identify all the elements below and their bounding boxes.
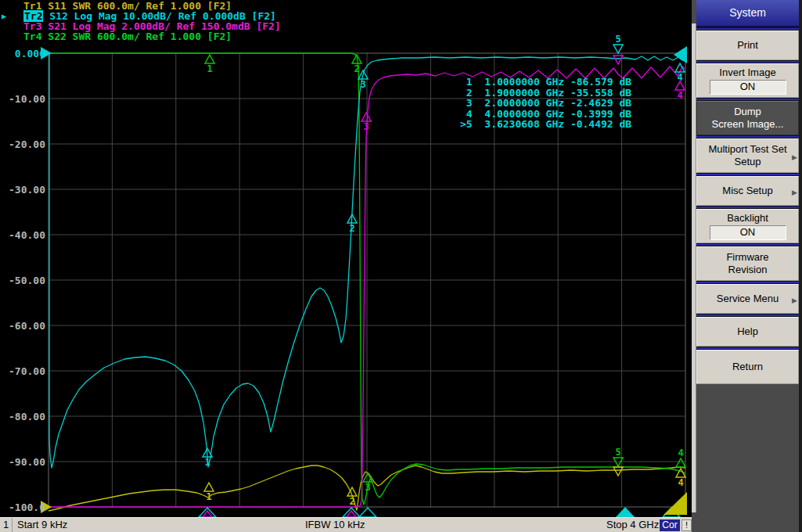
trace-marker-number: 4 [678,448,683,458]
trace-marker-icon [361,113,371,121]
softkey-label: Return [732,361,763,373]
trace-marker-number: 4 [677,90,682,101]
stimulus-marker-icon [359,508,376,517]
trace-marker-number: 1 [204,457,210,468]
trace-marker-number: 3 [360,79,365,90]
measurement-screen: 121233544544123 Tr1 S11 SWR 600.0m/ Ref … [0,0,692,517]
y-axis-tick-label: -30.00 [0,185,45,195]
y-axis-tick-label: -100.0 [0,502,45,512]
trace-marker-number: 3 [363,121,369,132]
y-axis-tick-label: -40.00 [0,230,45,240]
softkey-separator [696,28,799,30]
softkey-separator [696,61,799,63]
submenu-arrow-icon: ▶ [792,294,797,307]
softkey-backlight[interactable]: BacklightON [696,209,799,243]
trace-format-text: S22 SWR 600.0m/ Ref 1.000 [F2] [41,31,232,42]
trace-marker-number: 5 [615,34,620,45]
softkey-separator [696,174,799,175]
softkey-separator [696,282,799,283]
softkey-help[interactable]: Help [696,317,799,347]
softkey-separator [696,136,799,138]
softkey-service-menu[interactable]: Service Menu▶ [696,284,799,314]
submenu-arrow-icon: ▶ [792,151,797,164]
marker-table-row: 3 2.0000000 GHz -2.4629 dB [460,98,631,109]
softkey-separator [696,244,799,246]
channel-number: 1 [0,518,13,532]
softkey-label: Firmware Revision [726,251,768,276]
softkey-label: Print [737,39,758,52]
softkey-separator [696,207,799,208]
softkey-state-value: ON [710,225,786,240]
vna-screen-root: 121233544544123 Tr1 S11 SWR 600.0m/ Ref … [0,0,802,532]
trace-marker-number: 2 [349,496,354,507]
correction-badge: Cor [660,519,680,531]
warning-badge: ! [682,519,692,531]
y-axis-tick-label: -90.00 [0,457,45,467]
trace-marker-number: 5 [615,447,620,458]
softkey-menu-title: System [696,0,799,27]
softkey-separator [696,315,799,316]
y-axis-tick-label: -50.00 [0,275,45,286]
trace-marker-icon [676,458,685,467]
softkey-label: Backlight [727,212,768,225]
trace-marker-icon [205,55,214,63]
softkey-label: Help [737,325,758,338]
stimulus-marker-icon [617,508,634,517]
marker-table-row: >5 3.6230608 GHz -0.4492 dB [460,119,631,130]
softkey-label: Invert Image [719,66,775,79]
softkey-separator [696,347,799,349]
softkey-right-strip [799,0,802,532]
ref-level-indicator-icon [664,492,687,515]
marker-table-row: 2 1.9000000 GHz -35.558 dB [460,88,631,99]
y-axis-tick-label: -70.00 [0,366,45,376]
trace-definitions: Tr1 S11 SWR 600.0m/ Ref 1.000 [F2]▶Tr2 S… [0,1,281,41]
stop-frequency: Stop 4 GHz [606,518,659,532]
marker-table: 1 1.0000000 GHz -86.579 dB 2 1.9000000 G… [460,77,631,130]
softkey-label: Service Menu [717,293,779,305]
softkey-label: Multiport Test Set Setup [708,143,786,168]
trace-marker-icon [204,483,214,491]
start-frequency: Start 9 kHz [17,518,67,532]
softkey-print[interactable]: Print [696,31,799,60]
softkey-dump[interactable]: Dump Screen Image... [696,101,799,135]
softkey-menu: System PrintInvert ImageONDump Screen Im… [692,0,802,532]
y-axis-tick-label: 0.000 [0,49,45,59]
trace-marker-number: 3 [365,482,370,493]
trace-marker-number: 2 [349,223,354,234]
stimulus-marker-icon [199,508,216,517]
trace-marker-number: 1 [206,491,211,502]
submenu-arrow-icon: ▶ [792,186,797,199]
y-axis-tick-label: -20.00 [0,139,45,149]
y-axis-tick-label: -10.00 [0,94,45,104]
marker-table-row: 1 1.0000000 GHz -86.579 dB [460,77,631,88]
softkey-label: Misc Setup [722,185,772,197]
softkey-separator [696,99,799,100]
trace-marker-number: 4 [678,477,683,488]
trace-marker-number: 1 [207,63,212,74]
softkey-invert-image[interactable]: Invert ImageON [696,63,799,98]
active-trace-arrow-icon: ▶ [2,11,6,21]
trace-definition-tr4[interactable]: Tr4 S22 SWR 600.0m/ Ref 1.000 [F2] [0,31,281,41]
status-bar: 1 Start 9 kHz IFBW 10 kHz Stop 4 GHz Cor… [0,517,692,532]
softkey-return[interactable]: Return [696,350,799,384]
ref-level-indicator-icon [674,46,687,63]
softkey-misc-setup[interactable]: Misc Setup▶ [696,176,799,206]
y-axis-tick-label: -60.00 [0,321,45,331]
softkey-state-value: ON [710,80,786,95]
if-bandwidth: IFBW 10 kHz [305,518,365,532]
marker-table-row: 4 4.0000000 GHz -0.3999 dB [460,109,631,120]
trace-marker-icon [613,45,623,53]
trace-marker-number: 2 [354,63,359,74]
softkey-label: Dump Screen Image... [712,106,784,131]
softkey-firmware[interactable]: Firmware Revision [696,246,799,281]
softkey-multiport-test-set[interactable]: Multiport Test Set Setup▶ [696,138,799,173]
trace-id: Tr4 [23,31,41,42]
y-axis-tick-label: -80.00 [0,412,45,422]
